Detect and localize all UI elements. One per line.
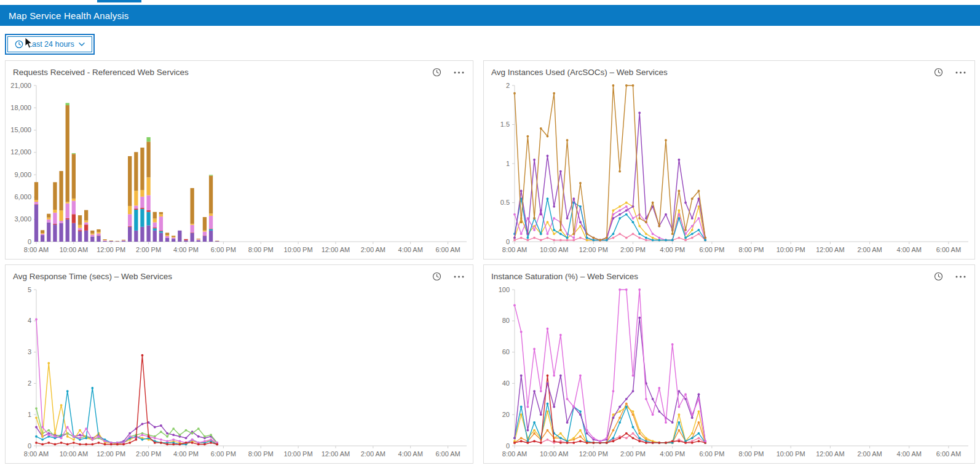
svg-text:2:00 AM: 2:00 AM: [361, 450, 385, 458]
svg-text:12:00 AM: 12:00 AM: [322, 246, 350, 253]
panel-menu-button[interactable]: [452, 70, 465, 75]
svg-text:10:00 PM: 10:00 PM: [284, 450, 313, 458]
panel-header: Avg Response Time (secs) – Web Services: [6, 265, 473, 282]
svg-text:10:00 PM: 10:00 PM: [776, 246, 805, 253]
svg-text:6:00 AM: 6:00 AM: [435, 450, 460, 458]
time-filter-dropdown[interactable]: Last 24 hours: [7, 36, 92, 52]
svg-text:6:00 PM: 6:00 PM: [699, 246, 724, 253]
avg-instances-chart[interactable]: 00.511.528:00 AM10:00 AM12:00 PM2:00 PM4…: [484, 78, 974, 259]
svg-text:10:00 PM: 10:00 PM: [776, 450, 805, 458]
svg-text:6,000: 6,000: [14, 193, 31, 200]
svg-text:3: 3: [28, 348, 31, 355]
svg-text:6:00 AM: 6:00 AM: [936, 450, 961, 458]
svg-text:12:00 AM: 12:00 AM: [816, 450, 844, 458]
panel-avg-instances: Avg Instances Used (ArcSOCs) – Web Servi…: [483, 60, 975, 260]
svg-text:100: 100: [499, 286, 510, 293]
panel-time-button[interactable]: [933, 271, 944, 282]
svg-text:15,000: 15,000: [10, 126, 31, 133]
panel-instance-saturation: Instance Saturation (%) – Web Services 0…: [483, 264, 975, 464]
svg-text:4:00 AM: 4:00 AM: [897, 450, 922, 458]
chevron-down-icon: [79, 42, 85, 46]
panel-time-button[interactable]: [431, 66, 443, 78]
svg-text:6:00 PM: 6:00 PM: [211, 246, 236, 253]
panel-menu-button[interactable]: [954, 274, 967, 279]
svg-text:4:00 PM: 4:00 PM: [173, 246, 199, 253]
svg-text:4:00 PM: 4:00 PM: [660, 450, 685, 458]
svg-text:4: 4: [28, 317, 31, 324]
svg-text:2:00 AM: 2:00 AM: [857, 246, 882, 253]
avg-response-time-chart[interactable]: 0123458:00 AM10:00 AM12:00 PM2:00 PM4:00…: [6, 282, 473, 463]
dashboard-grid: Requests Received - Referenced Web Servi…: [0, 60, 980, 464]
svg-text:40: 40: [502, 379, 510, 387]
svg-text:10:00 AM: 10:00 AM: [60, 246, 88, 253]
svg-text:3,000: 3,000: [14, 215, 31, 223]
svg-text:1.5: 1.5: [500, 121, 510, 128]
svg-text:12:00 PM: 12:00 PM: [97, 450, 125, 458]
toolbar: Last 24 hours: [0, 26, 980, 60]
svg-text:6:00 PM: 6:00 PM: [699, 450, 724, 458]
svg-text:1: 1: [28, 411, 31, 418]
panel-title: Avg Instances Used (ArcSOCs) – Web Servi…: [491, 68, 668, 77]
svg-text:4:00 PM: 4:00 PM: [173, 450, 199, 458]
time-filter-label: Last 24 hours: [28, 40, 74, 49]
svg-text:20: 20: [502, 411, 510, 418]
svg-text:10:00 PM: 10:00 PM: [284, 246, 313, 253]
svg-text:2:00 AM: 2:00 AM: [857, 450, 882, 458]
svg-text:8:00 AM: 8:00 AM: [502, 450, 527, 458]
svg-text:0: 0: [28, 238, 31, 245]
svg-text:5: 5: [28, 286, 31, 293]
svg-text:2:00 PM: 2:00 PM: [620, 450, 646, 458]
panel-requests-received: Requests Received - Referenced Web Servi…: [5, 60, 473, 260]
svg-text:6:00 AM: 6:00 AM: [435, 246, 460, 253]
svg-text:0: 0: [506, 238, 510, 245]
svg-text:1: 1: [506, 160, 510, 167]
svg-text:8:00 AM: 8:00 AM: [502, 246, 527, 253]
svg-text:12:00 AM: 12:00 AM: [816, 246, 844, 253]
svg-text:10:00 AM: 10:00 AM: [60, 450, 88, 458]
svg-text:8:00 PM: 8:00 PM: [739, 450, 764, 458]
svg-text:10:00 AM: 10:00 AM: [540, 246, 568, 253]
svg-text:6:00 PM: 6:00 PM: [211, 450, 236, 458]
svg-text:18,000: 18,000: [10, 104, 31, 111]
svg-text:0: 0: [506, 442, 510, 450]
svg-text:4:00 PM: 4:00 PM: [660, 246, 685, 253]
svg-text:2: 2: [506, 82, 510, 89]
svg-text:8:00 AM: 8:00 AM: [24, 246, 49, 253]
clock-icon: [15, 40, 23, 49]
svg-text:2: 2: [28, 379, 31, 387]
svg-text:12:00 PM: 12:00 PM: [579, 246, 608, 253]
panel-menu-button[interactable]: [452, 274, 465, 279]
app-header: Map Service Health Analysis: [0, 5, 980, 26]
requests-received-chart[interactable]: 03,0006,0009,00012,00015,00018,00021,000…: [6, 78, 473, 259]
instance-saturation-chart[interactable]: 0204060801008:00 AM10:00 AM12:00 PM2:00 …: [484, 282, 974, 463]
panel-title: Instance Saturation (%) – Web Services: [491, 272, 638, 281]
panel-header: Instance Saturation (%) – Web Services: [484, 265, 974, 282]
svg-text:0.5: 0.5: [500, 199, 510, 206]
panel-time-button[interactable]: [933, 66, 944, 78]
svg-text:21,000: 21,000: [10, 82, 31, 89]
svg-text:4:00 AM: 4:00 AM: [398, 246, 423, 253]
svg-text:9,000: 9,000: [14, 171, 31, 178]
svg-text:4:00 AM: 4:00 AM: [398, 450, 423, 458]
svg-text:12:00 PM: 12:00 PM: [97, 246, 125, 253]
browser-tab-indicator: [97, 0, 141, 2]
panel-menu-button[interactable]: [954, 70, 967, 75]
svg-text:12,000: 12,000: [10, 148, 31, 156]
svg-text:12:00 AM: 12:00 AM: [322, 450, 350, 458]
svg-text:8:00 AM: 8:00 AM: [24, 450, 49, 458]
svg-text:2:00 AM: 2:00 AM: [361, 246, 385, 253]
svg-text:2:00 PM: 2:00 PM: [620, 246, 646, 253]
svg-text:2:00 PM: 2:00 PM: [136, 450, 161, 458]
svg-text:60: 60: [502, 348, 510, 355]
svg-text:8:00 PM: 8:00 PM: [739, 246, 764, 253]
page-title: Map Service Health Analysis: [9, 10, 129, 21]
svg-text:4:00 AM: 4:00 AM: [897, 246, 922, 253]
panel-header: Avg Instances Used (ArcSOCs) – Web Servi…: [484, 61, 974, 78]
panel-time-button[interactable]: [431, 271, 443, 282]
panel-title: Requests Received - Referenced Web Servi…: [13, 68, 189, 77]
svg-text:10:00 AM: 10:00 AM: [540, 450, 568, 458]
panel-header: Requests Received - Referenced Web Servi…: [6, 61, 473, 78]
svg-text:6:00 AM: 6:00 AM: [936, 246, 961, 253]
panel-avg-response-time: Avg Response Time (secs) – Web Services …: [5, 264, 473, 464]
svg-text:8:00 PM: 8:00 PM: [248, 450, 274, 458]
